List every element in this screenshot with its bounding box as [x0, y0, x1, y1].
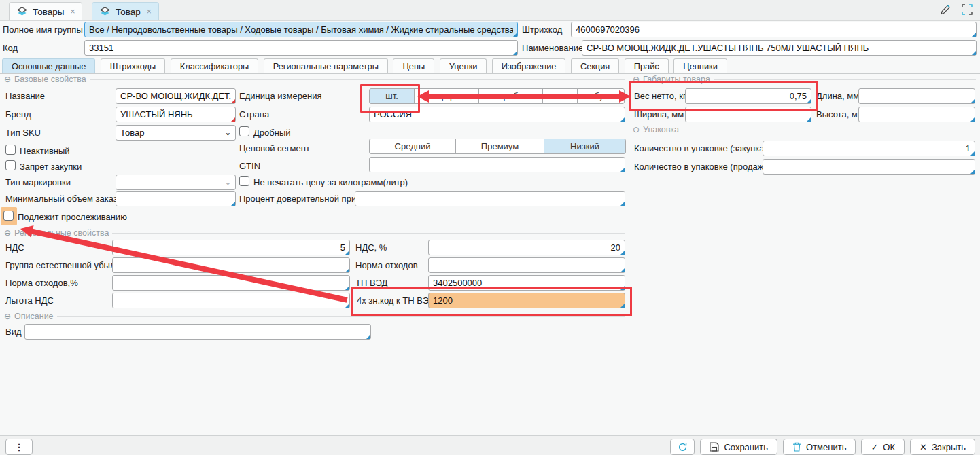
nds-benefit-label: Льгота НДС: [5, 295, 54, 306]
traceable-checkbox[interactable]: [3, 211, 14, 221]
code-input[interactable]: [84, 40, 518, 56]
code-label: Код: [3, 43, 18, 54]
group-path-input[interactable]: [84, 22, 518, 37]
tab-markdowns[interactable]: Уценки: [440, 58, 487, 73]
nds-label: НДС: [5, 242, 24, 253]
min-order-field[interactable]: [116, 191, 236, 206]
name-field[interactable]: [582, 40, 977, 56]
qty-purchase-field[interactable]: [763, 141, 975, 156]
name-label: Наименование: [522, 43, 583, 54]
min-order-label: Минимальный объем заказа: [5, 194, 122, 204]
nazvanie-field[interactable]: [116, 88, 236, 104]
nds-pct-label: НДС, %: [355, 242, 387, 253]
tab-barcodes[interactable]: Штрихкоды: [101, 58, 166, 73]
collapse-icon[interactable]: ⊖: [4, 75, 11, 84]
height-label: Высота, мм: [816, 109, 864, 120]
qty-sale-field[interactable]: [763, 159, 975, 175]
trash-icon: [792, 442, 801, 452]
trust-accept-input[interactable]: [355, 191, 625, 206]
close-icon[interactable]: ×: [70, 7, 75, 16]
marking-type-input[interactable]: [116, 175, 236, 190]
annotation-box-unit: [360, 84, 420, 113]
height-field[interactable]: [858, 107, 975, 122]
waste-norm-field[interactable]: [428, 257, 625, 273]
qty-purchase-label: Количество в упаковке (закупка): [634, 143, 767, 154]
length-label: Длина, мм: [816, 91, 859, 102]
tab-image[interactable]: Изображение: [492, 58, 566, 73]
nazvanie-label: Название: [5, 91, 45, 102]
floppy-icon: [710, 442, 719, 452]
length-input[interactable]: [858, 88, 975, 104]
gtin-field[interactable]: [369, 157, 625, 172]
inactive-label: Неактивный: [20, 146, 70, 157]
nazvanie-input[interactable]: [116, 88, 236, 104]
tab-price-list[interactable]: Прайс: [625, 58, 669, 73]
price-segment-premium[interactable]: Премиум: [455, 139, 544, 154]
trust-accept-field[interactable]: [355, 191, 625, 206]
qty-purchase-input[interactable]: [763, 141, 975, 156]
barcode-field[interactable]: [571, 22, 977, 37]
brand-field[interactable]: [116, 107, 236, 122]
waste-norm-input[interactable]: [428, 257, 625, 273]
price-segment-nizkiy[interactable]: Низкий: [544, 139, 626, 154]
brand-input[interactable]: [116, 107, 236, 122]
price-segment-label: Ценовой сегмент: [239, 143, 310, 154]
fullscreen-icon[interactable]: [961, 3, 973, 16]
height-input[interactable]: [858, 107, 975, 122]
no-price-per-kg-label: Не печатать цену за килограмм(литр): [253, 177, 408, 188]
tab-classifiers[interactable]: Классификаторы: [171, 58, 259, 73]
collapse-icon[interactable]: ⊖: [633, 126, 640, 134]
sku-type-label: Тип SKU: [5, 128, 41, 139]
price-segment-sredniy[interactable]: Средний: [369, 139, 456, 154]
panel-divider: [629, 73, 629, 429]
vid-field[interactable]: [24, 324, 371, 340]
close-icon[interactable]: ×: [147, 7, 152, 16]
save-button[interactable]: Сохранить: [700, 439, 777, 455]
code-field[interactable]: [84, 40, 518, 56]
refresh-button[interactable]: [670, 439, 695, 455]
marking-type-dropdown[interactable]: ⌄: [116, 175, 236, 190]
purchase-ban-checkbox[interactable]: [5, 160, 16, 170]
tab-prices[interactable]: Цены: [393, 58, 434, 73]
ok-button[interactable]: ✓ ОК: [861, 439, 905, 455]
gtin-input[interactable]: [369, 157, 625, 172]
section-tab-strip: Основные данные Штрихкоды Классификаторы…: [0, 58, 980, 74]
sku-type-input[interactable]: [116, 125, 236, 141]
tab-price-tags[interactable]: Ценники: [673, 58, 727, 73]
tab-main-data[interactable]: Основные данные: [2, 58, 95, 73]
annotation-box-net-weight: [629, 81, 818, 111]
collapse-icon[interactable]: ⊖: [4, 312, 11, 321]
vid-input[interactable]: [24, 324, 371, 340]
barcode-label: Штрихкод: [522, 24, 562, 35]
tab-tovary[interactable]: Товары ×: [9, 2, 82, 20]
fractional-checkbox[interactable]: [239, 126, 249, 136]
group-path-field[interactable]: [84, 22, 518, 37]
nds-pct-input[interactable]: [428, 240, 625, 255]
no-price-per-kg-checkbox[interactable]: [239, 176, 249, 186]
cancel-button[interactable]: Отменить: [783, 439, 856, 455]
traceable-label: Подлежит прослеживанию: [18, 212, 127, 223]
name-input[interactable]: [582, 40, 977, 56]
unit-label: Единица измерения: [239, 91, 322, 102]
nds-pct-field[interactable]: [428, 240, 625, 255]
group-path-label: Полное имя группы: [3, 24, 83, 35]
waste-rate-pct-label: Норма отходов,%: [5, 278, 78, 289]
group-packaging: ⊖ Упаковка: [633, 125, 976, 134]
close-button[interactable]: ✕ Закрыть: [910, 439, 975, 455]
min-order-input[interactable]: [116, 191, 236, 206]
pencil-icon[interactable]: [939, 3, 951, 16]
vid-label: Вид: [5, 327, 22, 338]
tab-section[interactable]: Секция: [571, 58, 619, 73]
barcode-input[interactable]: [571, 22, 977, 37]
tab-tovar[interactable]: Товар ×: [92, 2, 159, 20]
inactive-checkbox[interactable]: [5, 145, 16, 155]
length-field[interactable]: [858, 88, 975, 104]
country-label: Страна: [239, 109, 269, 120]
close-label: Закрыть: [932, 442, 966, 452]
tab-regional-params[interactable]: Региональные параметры: [264, 58, 388, 73]
group-basic-title: Базовые свойства: [14, 75, 86, 84]
qty-sale-input[interactable]: [763, 159, 975, 175]
collapse-icon[interactable]: ⊖: [4, 229, 11, 237]
sku-type-dropdown[interactable]: ⌄: [116, 125, 236, 141]
more-options-button[interactable]: ⋮: [5, 439, 33, 455]
